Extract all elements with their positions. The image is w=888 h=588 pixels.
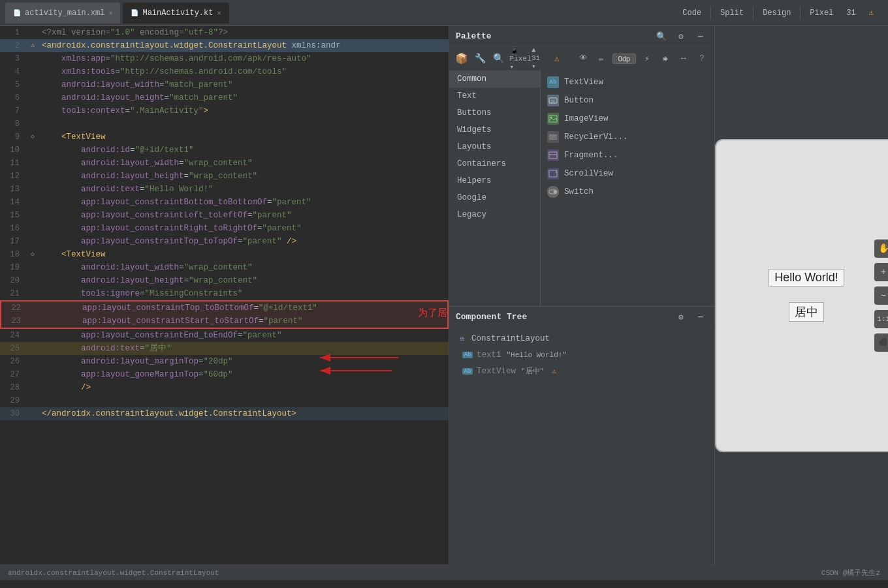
palette-tool-1[interactable]: 📦 — [454, 52, 469, 66]
palette-cat-containers[interactable]: Containers — [449, 155, 540, 172]
button-label: Button — [564, 96, 594, 105]
palette-tool-3[interactable]: 🔍 — [491, 52, 505, 66]
tab-activity-main-xml[interactable]: 📄 activity_main.xml ✕ — [5, 3, 120, 23]
zoom-out-btn[interactable]: − — [874, 286, 888, 305]
code-line-6: 6 android:layout_height="match_parent" — [0, 91, 449, 104]
zoom-in-btn[interactable]: + — [874, 263, 888, 281]
switch-icon — [547, 186, 559, 198]
palette-content: Common Text Buttons Widgets Layouts Cont… — [449, 70, 714, 306]
palette-cat-google[interactable]: Google — [449, 189, 540, 206]
design-view-btn[interactable]: Design — [759, 7, 795, 19]
component-tree-header: Component Tree ⚙ — — [449, 307, 714, 328]
palette-device-btn[interactable]: 📱 Pixel ▾ — [513, 52, 528, 66]
tab-mainactivity-kt[interactable]: 📄 MainActivity.kt ✕ — [123, 3, 229, 23]
code-editor[interactable]: 1 <?xml version="1.0" encoding="utf-8"?>… — [0, 26, 449, 565]
palette-cat-widgets[interactable]: Widgets — [449, 121, 540, 138]
widget-recyclerview[interactable]: RecyclerVi... — [541, 128, 714, 146]
textview-warning: ⚠ — [552, 367, 556, 375]
imageview-icon — [547, 113, 559, 125]
tree-item-text1[interactable]: Ab text1 "Hello World!" — [449, 347, 714, 363]
design-side-tools: ✋ + − 1:1 ⬛ — [874, 240, 888, 352]
palette-cat-common[interactable]: Common — [449, 70, 540, 87]
tree-settings-btn[interactable]: ⚙ — [674, 310, 688, 324]
widget-scrollview[interactable]: ScrollView — [541, 164, 714, 183]
tree-item-constraint-layout[interactable]: ⊞ ConstraintLayout — [449, 330, 714, 347]
right-panel: Palette 🔍 ⚙ — 📦 🔧 🔍 📱 Pixel ▾ ▲ 31 ▾ ⚠ 👁… — [449, 26, 714, 565]
tab-close-xml[interactable]: ✕ — [108, 9, 112, 17]
palette-tool-e[interactable]: ↔ — [676, 52, 691, 66]
separator-2 — [753, 7, 753, 20]
palette-cat-buttons[interactable]: Buttons — [449, 104, 540, 121]
palette-zoom-btn[interactable]: ▲ 31 ▾ — [531, 52, 546, 66]
code-line-26: 26 android:layout_marginTop="20dp" — [0, 355, 449, 368]
tab-label-kt: MainActivity.kt — [142, 8, 213, 18]
textview-tv-icon: Ab — [462, 368, 473, 375]
textview-value: "居中" — [521, 366, 544, 376]
palette-cat-legacy[interactable]: Legacy — [449, 206, 540, 223]
code-line-7: 7 tools:context=".MainActivity"> — [0, 104, 449, 117]
constraint-layout-label: ConstraintLayout — [471, 334, 550, 343]
component-tree-title: Component Tree — [456, 312, 669, 322]
palette-tool-b[interactable]: ✏ — [594, 52, 609, 66]
component-tree-panel: Component Tree ⚙ — ⊞ ConstraintLayout Ab… — [449, 307, 714, 565]
code-line-16: 16 app:layout_constraintRight_toRightOf=… — [0, 222, 449, 235]
palette-panel: Palette 🔍 ⚙ — 📦 🔧 🔍 📱 Pixel ▾ ▲ 31 ▾ ⚠ 👁… — [449, 26, 714, 307]
split-view-btn[interactable]: Split — [716, 7, 748, 19]
zoom-level[interactable]: 31 — [842, 7, 859, 19]
palette-cat-helpers[interactable]: Helpers — [449, 172, 540, 189]
hand-tool-btn[interactable]: ✋ — [874, 240, 888, 258]
textview-label: TextView — [564, 78, 603, 87]
tab-close-kt[interactable]: ✕ — [217, 9, 221, 17]
code-line-13: 13 android:text="Hello World!" — [0, 183, 449, 196]
widget-switch[interactable]: Switch — [541, 183, 714, 201]
screen-btn[interactable]: ⬛ — [874, 333, 888, 352]
code-line-2: 2 ⚠ <androidx.constraintlayout.widget.Co… — [0, 39, 449, 52]
palette-tool-2[interactable]: 🔧 — [473, 52, 487, 66]
code-line-27: 27 app:layout_goneMarginTop="60dp" — [0, 368, 449, 381]
widget-imageview[interactable]: ImageView — [541, 110, 714, 128]
palette-cat-layouts[interactable]: Layouts — [449, 138, 540, 155]
pixel-btn[interactable]: Pixel — [806, 7, 837, 19]
code-line-11: 11 android:layout_width="wrap_content" — [0, 157, 449, 170]
scrollview-icon — [547, 168, 559, 179]
status-credit: CSDN @橘子先生z — [821, 568, 880, 578]
code-line-25: 25 android:text="居中" — [0, 342, 449, 355]
text1-value: "Hello World!" — [507, 351, 567, 359]
code-view-btn[interactable]: Code — [678, 7, 705, 19]
palette-help-btn[interactable]: ? — [695, 52, 709, 66]
palette-second-toolbar: 📦 🔧 🔍 📱 Pixel ▾ ▲ 31 ▾ ⚠ 👁 ✏ ⚡ ✱ ↔ ? — [449, 47, 714, 70]
design-panel: Hello World! 居中 ✋ + − 1:1 ⬛ — [714, 26, 888, 565]
tree-item-textview[interactable]: Ab TextView "居中" ⚠ — [449, 363, 714, 379]
switch-label: Switch — [564, 187, 594, 196]
palette-tool-c[interactable]: ⚡ — [640, 52, 654, 66]
palette-search-btn[interactable]: 🔍 — [654, 29, 669, 44]
fragment-icon — [547, 149, 559, 161]
dp-input[interactable] — [612, 54, 636, 64]
palette-close-btn[interactable]: — — [693, 29, 708, 44]
palette-settings-btn[interactable]: ⚙ — [674, 29, 688, 44]
palette-cat-text[interactable]: Text — [449, 87, 540, 104]
fit-btn[interactable]: 1:1 — [874, 310, 888, 328]
phone-content: Hello World! 居中 — [769, 269, 844, 322]
widget-button[interactable]: OK Button — [541, 91, 714, 110]
code-line-28: 28 /> — [0, 381, 449, 394]
code-line-18: 18 ◇ <TextView — [0, 248, 449, 261]
code-line-15: 15 app:layout_constraintLeft_toLeftOf="p… — [0, 209, 449, 222]
button-icon: OK — [547, 95, 559, 106]
palette-title: Palette — [456, 31, 649, 41]
svg-rect-11 — [549, 152, 557, 159]
hello-world-widget: Hello World! — [769, 269, 844, 286]
code-line-14: 14 app:layout_constraintBottom_toBottomO… — [0, 196, 449, 209]
constraint-layout-icon: ⊞ — [457, 333, 468, 344]
warning-icon: ⚠ — [865, 7, 878, 19]
tab-bar: 📄 activity_main.xml ✕ 📄 MainActivity.kt … — [0, 0, 888, 26]
tab-label-xml: activity_main.xml — [25, 8, 104, 18]
palette-tool-a[interactable]: 👁 — [576, 52, 590, 66]
code-line-17: 17 app:layout_constraintTop_toTopOf="par… — [0, 235, 449, 248]
phone-frame: Hello World! 居中 — [715, 139, 888, 452]
widget-textview[interactable]: Ab TextView — [541, 73, 714, 91]
red-highlight-box: 22 app:layout_constraintTop_toBottomOf="… — [0, 300, 449, 329]
tree-minimize-btn[interactable]: — — [693, 310, 708, 324]
widget-fragment[interactable]: Fragment... — [541, 146, 714, 164]
palette-tool-d[interactable]: ✱ — [658, 52, 673, 66]
